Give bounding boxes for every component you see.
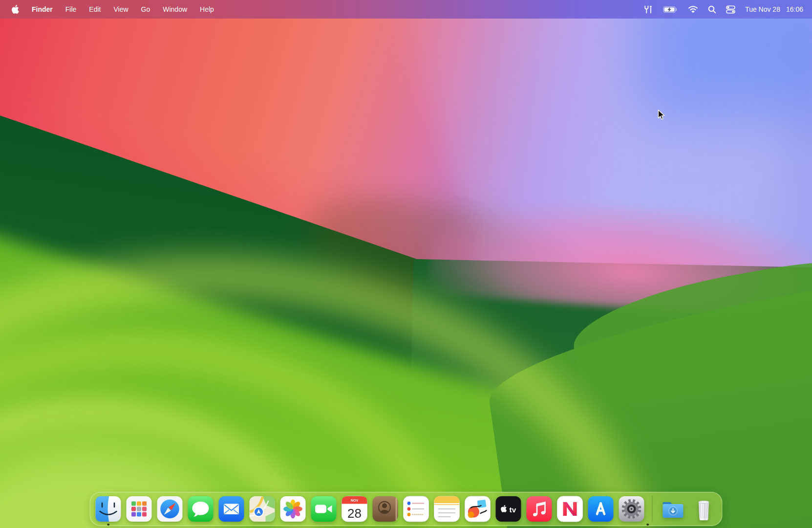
tools-menu-extra[interactable] — [643, 5, 653, 14]
dock-item-app-store[interactable] — [588, 496, 614, 522]
apple-tv-icon: tv — [495, 496, 522, 522]
dock-item-freeform[interactable] — [465, 496, 491, 522]
battery-charging-icon — [663, 6, 678, 13]
menu-app-name[interactable]: Finder — [32, 5, 53, 13]
dock-item-reminders[interactable] — [403, 496, 429, 522]
apple-logo-icon — [12, 5, 19, 14]
dock-item-music[interactable] — [526, 496, 553, 522]
mouse-cursor — [656, 110, 665, 122]
app-store-icon — [588, 496, 614, 522]
tv-label: tv — [510, 506, 516, 514]
menu-help[interactable]: Help — [200, 5, 214, 13]
news-icon — [557, 496, 583, 522]
wallpaper — [0, 0, 812, 528]
safari-icon — [157, 496, 183, 522]
arrow-cursor-icon — [656, 110, 665, 120]
launchpad-icon — [126, 496, 152, 522]
dock-item-mail[interactable] — [218, 496, 245, 522]
dock-item-messages[interactable] — [188, 496, 214, 522]
dock-item-notes[interactable] — [434, 496, 460, 522]
notes-icon — [434, 496, 460, 522]
trash-icon — [691, 496, 717, 522]
battery-status[interactable] — [663, 6, 678, 13]
control-center-icon — [726, 5, 735, 14]
dock-item-launchpad[interactable] — [126, 496, 152, 522]
clock-time: 16:06 — [786, 5, 803, 13]
menu-view[interactable]: View — [113, 5, 128, 13]
menu-edit[interactable]: Edit — [89, 5, 101, 13]
system-settings-icon — [619, 496, 645, 522]
dock-item-maps[interactable] — [249, 496, 276, 522]
control-center[interactable] — [726, 5, 735, 14]
downloads-folder-icon — [660, 496, 686, 522]
dock-item-contacts[interactable] — [372, 496, 399, 522]
messages-icon — [188, 496, 214, 522]
calendar-icon: NOV 28 — [342, 496, 368, 522]
menu-file[interactable]: File — [65, 5, 77, 13]
dock-item-tv[interactable]: tv — [495, 496, 522, 522]
dock-separator — [652, 496, 653, 522]
menu-window[interactable]: Window — [163, 5, 187, 13]
freeform-icon — [465, 496, 491, 522]
menu-bar: Finder File Edit View Go Window Help — [0, 0, 812, 19]
clock-date: Tue Nov 28 — [745, 5, 780, 13]
dock-item-system-settings[interactable] — [619, 496, 645, 522]
facetime-icon — [311, 496, 337, 522]
photos-icon — [280, 496, 306, 522]
dock-item-downloads[interactable] — [660, 496, 686, 522]
calendar-month-label: NOV — [351, 498, 359, 503]
dock: NOV 28 — [90, 492, 723, 526]
spotlight-search-icon — [708, 5, 716, 14]
dock-item-news[interactable] — [557, 496, 583, 522]
music-icon — [526, 496, 553, 522]
running-indicator — [107, 524, 109, 526]
reminders-icon — [403, 496, 429, 522]
contacts-icon — [372, 496, 399, 522]
finder-icon — [95, 496, 122, 522]
dock-item-finder[interactable] — [95, 496, 122, 522]
maps-icon — [249, 496, 276, 522]
wifi-status[interactable] — [688, 5, 698, 13]
dock-item-facetime[interactable] — [311, 496, 337, 522]
spotlight-search[interactable] — [708, 5, 716, 14]
mail-icon — [218, 496, 245, 522]
menu-bar-left: Finder File Edit View Go Window Help — [12, 5, 214, 14]
dock-item-calendar[interactable]: NOV 28 — [342, 496, 368, 522]
dock-item-trash[interactable] — [691, 496, 717, 522]
menu-bar-status: Tue Nov 28 16:06 — [643, 5, 803, 14]
dock-item-safari[interactable] — [157, 496, 183, 522]
menu-bar-clock[interactable]: Tue Nov 28 16:06 — [745, 5, 803, 13]
tools-icon — [643, 5, 653, 14]
dock-item-photos[interactable] — [280, 496, 306, 522]
apple-menu[interactable] — [12, 5, 19, 14]
running-indicator — [646, 524, 649, 526]
menu-go[interactable]: Go — [141, 5, 150, 13]
calendar-day-label: 28 — [347, 506, 362, 521]
wifi-icon — [688, 5, 698, 13]
